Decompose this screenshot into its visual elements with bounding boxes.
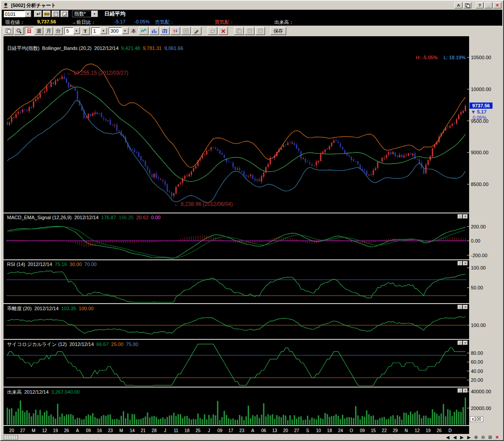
draw-button[interactable] bbox=[192, 27, 201, 35]
paste-page-button[interactable] bbox=[255, 27, 265, 35]
save-button[interactable]: 保存 bbox=[270, 27, 286, 35]
quote-bar: 現在値： 9,737.56 →前日比： -5.17 -0.05% 売気配： 買気… bbox=[2, 18, 502, 26]
psy-close-button[interactable]: ✕ bbox=[463, 341, 468, 345]
line-chart-type-button[interactable] bbox=[139, 27, 148, 35]
bar-count-dropdown-button[interactable] bbox=[122, 27, 129, 34]
tick-value[interactable]: 1 bbox=[91, 27, 100, 34]
copy-chart-button[interactable] bbox=[234, 27, 244, 35]
scroll-right-fast-button[interactable]: ▶ bbox=[466, 434, 472, 440]
annotation-a-button[interactable]: A bbox=[455, 2, 462, 8]
tick-dropdown-button[interactable] bbox=[100, 27, 107, 34]
rsi-panel-header: RSI (14)2012/12/1475.1630.0070.00 bbox=[7, 262, 99, 267]
scroll-right-button[interactable]: ▶ bbox=[459, 434, 465, 440]
high-percent: H: -5.05% bbox=[416, 55, 438, 60]
enter-arrow-icon bbox=[35, 11, 41, 17]
macd-restore-button[interactable]: □ bbox=[458, 214, 462, 219]
search-button[interactable] bbox=[43, 11, 51, 17]
zoom-button[interactable] bbox=[14, 27, 24, 35]
copy-window-button[interactable] bbox=[463, 2, 471, 8]
scroll-left-button[interactable]: ◀ bbox=[451, 434, 458, 440]
svg-text:06: 06 bbox=[261, 428, 266, 433]
zoom-out-button[interactable]: ⊖ bbox=[480, 434, 486, 440]
axis-label: 50.00 bbox=[471, 285, 483, 290]
app-window: [5002] 分析チャート A ? _ ✕ 指数* 日経平均 現在値： bbox=[0, 0, 504, 441]
tick-chart-button[interactable]: T bbox=[81, 27, 90, 35]
symbol-code-combo bbox=[4, 11, 31, 17]
symbol-toolbar: 指数* 日経平均 bbox=[2, 10, 502, 18]
grid-toggle-button[interactable] bbox=[181, 27, 191, 35]
close-chart-button[interactable]: ✕ bbox=[494, 434, 500, 440]
category-value[interactable]: 指数* bbox=[72, 11, 91, 17]
kairi-value: 103.35 bbox=[61, 306, 76, 311]
period-minute-button[interactable]: 分 bbox=[54, 27, 63, 35]
category-dropdown-button[interactable] bbox=[91, 11, 98, 17]
delete-all-button[interactable] bbox=[218, 27, 228, 35]
rsi-panel-controls: □ ✕ bbox=[458, 261, 468, 266]
period-month-button[interactable]: 月 bbox=[44, 27, 53, 35]
close-button[interactable]: ✕ bbox=[493, 2, 501, 8]
svg-text:J: J bbox=[208, 428, 210, 433]
axis-label: 200.00 bbox=[471, 224, 486, 229]
kairi-close-button[interactable]: ✕ bbox=[463, 305, 468, 309]
current-price-value: 9,737.56 bbox=[37, 19, 56, 24]
symbol-name: 日経平均 bbox=[104, 10, 125, 18]
svg-text:10: 10 bbox=[316, 428, 322, 433]
svg-text:11: 11 bbox=[174, 428, 178, 433]
axis-label: 10500.00 bbox=[471, 55, 491, 60]
svg-text:15: 15 bbox=[371, 428, 376, 433]
enter-button[interactable] bbox=[34, 11, 42, 17]
erase-button[interactable] bbox=[208, 27, 217, 35]
zoom-in-button[interactable]: ⊕ bbox=[473, 434, 479, 440]
resize-grip[interactable] bbox=[3, 435, 18, 440]
boll-lower-value: 9,061.66 bbox=[164, 46, 183, 51]
copy-window-icon bbox=[465, 3, 470, 8]
pencil-icon bbox=[194, 28, 199, 34]
low-percent: L: 18.19% bbox=[443, 55, 466, 60]
right-axis-column: 9737.56 ▼ 5.17 0.05% 10500.0010000.00950… bbox=[469, 36, 503, 434]
svg-text:20: 20 bbox=[9, 428, 15, 433]
svg-text:M: M bbox=[32, 428, 35, 433]
updown-marks-button[interactable] bbox=[171, 27, 180, 35]
svg-text:23: 23 bbox=[108, 428, 113, 433]
status-bar: ◀ ◀ ▶ ▶ ⊕ ⊖ ⊞ ✕ bbox=[2, 434, 502, 441]
scroll-left-fast-button[interactable]: ◀ bbox=[444, 434, 451, 440]
bar-count-value[interactable]: 300 bbox=[109, 27, 122, 34]
volume-restore-button[interactable]: □ bbox=[458, 388, 462, 393]
svg-text:16: 16 bbox=[97, 428, 102, 433]
macd-close-button[interactable]: ✕ bbox=[463, 214, 468, 219]
axis-label: 0.00 bbox=[471, 238, 480, 243]
rsi-close-button[interactable]: ✕ bbox=[463, 261, 468, 266]
svg-text:← 8,238.96 (2012/06/04): ← 8,238.96 (2012/06/04) bbox=[174, 201, 233, 207]
rsi-low-ref: 30.00 bbox=[70, 262, 82, 267]
memo-button[interactable] bbox=[52, 11, 60, 17]
svg-text:09: 09 bbox=[360, 428, 365, 433]
bar-line-chart-type-button[interactable] bbox=[160, 27, 170, 35]
rsi-restore-button[interactable]: □ bbox=[458, 261, 462, 266]
main-study: Bollinger_Bands (20,2) bbox=[42, 46, 91, 51]
print-button[interactable] bbox=[4, 27, 13, 35]
help-button[interactable]: ? bbox=[476, 2, 484, 8]
chart-canvas[interactable]: ← 10,255.15 (2012/03/27)← 8,238.96 (2012… bbox=[4, 36, 469, 434]
svg-text:24: 24 bbox=[338, 428, 343, 433]
svg-text:19: 19 bbox=[426, 428, 431, 433]
minimize-button[interactable]: _ bbox=[485, 2, 493, 8]
minute-value[interactable]: 5 bbox=[64, 27, 73, 34]
psy-restore-button[interactable]: □ bbox=[458, 341, 462, 345]
period-day-button[interactable]: 日 bbox=[25, 27, 34, 35]
symbol-code-input[interactable] bbox=[4, 11, 25, 17]
volume-title: 出来高 bbox=[7, 389, 22, 395]
kairi-restore-button[interactable]: □ bbox=[458, 305, 462, 309]
axis-label: 40.00 bbox=[471, 369, 483, 374]
volume-close-button[interactable]: ✕ bbox=[463, 388, 468, 393]
grid-button[interactable]: ⊞ bbox=[487, 434, 493, 440]
minute-dropdown-button[interactable] bbox=[73, 27, 80, 34]
bar-chart-type-button[interactable] bbox=[149, 27, 159, 35]
edit-memo-button[interactable] bbox=[61, 11, 68, 17]
period-week-button[interactable]: 週 bbox=[34, 27, 43, 35]
axis-label: 9500.00 bbox=[471, 118, 489, 124]
symbol-code-dropdown-button[interactable] bbox=[25, 11, 31, 17]
copy-page-button[interactable] bbox=[245, 27, 254, 35]
titlebar: [5002] 分析チャート A ? _ ✕ bbox=[2, 1, 502, 9]
page-edit-icon bbox=[62, 11, 67, 17]
macd-panel-controls: □ ✕ bbox=[458, 214, 468, 219]
